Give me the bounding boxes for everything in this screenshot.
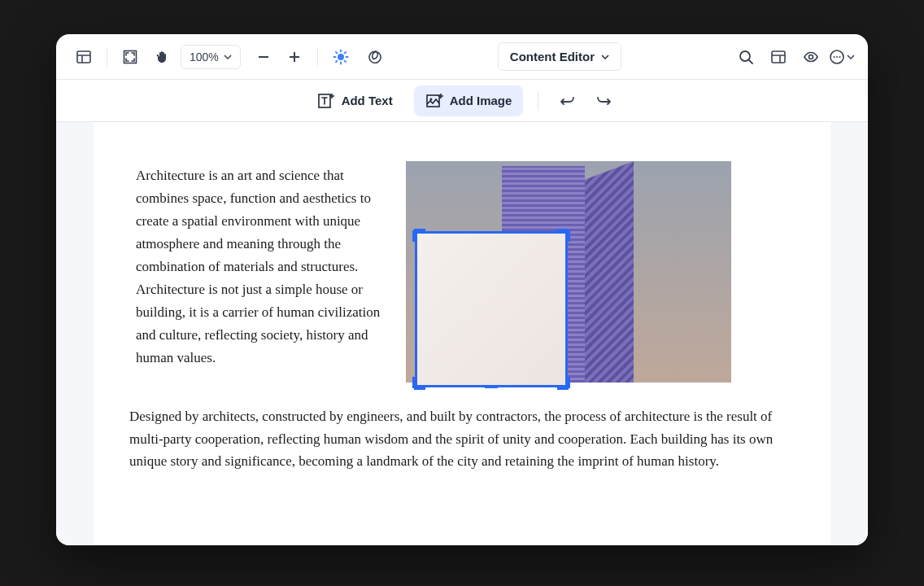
paragraph-2[interactable]: Designed by architects, constructed by e…: [129, 405, 788, 473]
divider: [317, 47, 318, 67]
svg-point-21: [809, 55, 813, 59]
sub-toolbar: Add Text Add Image: [56, 80, 868, 122]
svg-line-12: [336, 52, 337, 53]
toolbar-right: [731, 42, 855, 72]
paragraph-1[interactable]: Architecture is an art and science that …: [136, 161, 386, 383]
svg-rect-0: [77, 51, 90, 63]
zoom-select[interactable]: 100%: [181, 45, 241, 69]
fullscreen-icon[interactable]: [116, 42, 145, 72]
undo-redo-group: [553, 86, 618, 116]
document-image[interactable]: [406, 161, 731, 383]
add-image-label: Add Image: [450, 94, 512, 107]
svg-line-17: [749, 60, 752, 63]
mode-select[interactable]: Content Editor: [498, 42, 621, 71]
chevron-down-icon: [224, 53, 232, 61]
more-menu[interactable]: [829, 49, 855, 65]
search-icon[interactable]: [731, 42, 761, 72]
sun-icon[interactable]: [326, 42, 355, 72]
divider: [107, 47, 107, 67]
redo-icon[interactable]: [589, 86, 618, 116]
undo-icon[interactable]: [553, 86, 582, 116]
svg-rect-18: [772, 51, 785, 63]
chevron-down-icon: [601, 53, 609, 61]
chevron-down-icon: [847, 53, 855, 61]
svg-point-16: [740, 51, 750, 61]
top-toolbar: 100% Content Editor: [56, 34, 868, 80]
divider: [538, 91, 538, 111]
zoom-controls: [249, 42, 309, 72]
toolbar-left: 100%: [69, 42, 388, 72]
zoom-in-icon[interactable]: [280, 42, 309, 72]
moon-icon[interactable]: [359, 42, 388, 72]
eye-icon[interactable]: [796, 42, 826, 72]
svg-line-13: [344, 60, 345, 61]
add-image-button[interactable]: Add Image: [414, 85, 524, 116]
add-text-button[interactable]: Add Text: [306, 85, 404, 116]
panel-icon[interactable]: [69, 42, 98, 72]
add-text-icon: [317, 92, 335, 110]
zoom-out-icon[interactable]: [249, 42, 278, 72]
svg-line-14: [336, 60, 337, 61]
ellipsis-icon: [829, 49, 845, 65]
layout-icon[interactable]: [764, 42, 793, 72]
zoom-value: 100%: [190, 50, 219, 63]
hand-icon[interactable]: [148, 42, 177, 72]
canvas-area[interactable]: Architecture is an art and science that …: [56, 122, 868, 545]
document-page[interactable]: Architecture is an art and science that …: [94, 122, 830, 545]
svg-point-23: [834, 56, 835, 58]
mode-label: Content Editor: [510, 50, 595, 63]
svg-point-7: [338, 54, 344, 60]
editor-window: 100% Content Editor: [56, 34, 868, 545]
add-image-icon: [425, 92, 443, 110]
svg-point-25: [839, 56, 841, 58]
svg-line-15: [344, 52, 345, 53]
svg-point-24: [836, 56, 838, 58]
add-text-label: Add Text: [342, 94, 393, 107]
